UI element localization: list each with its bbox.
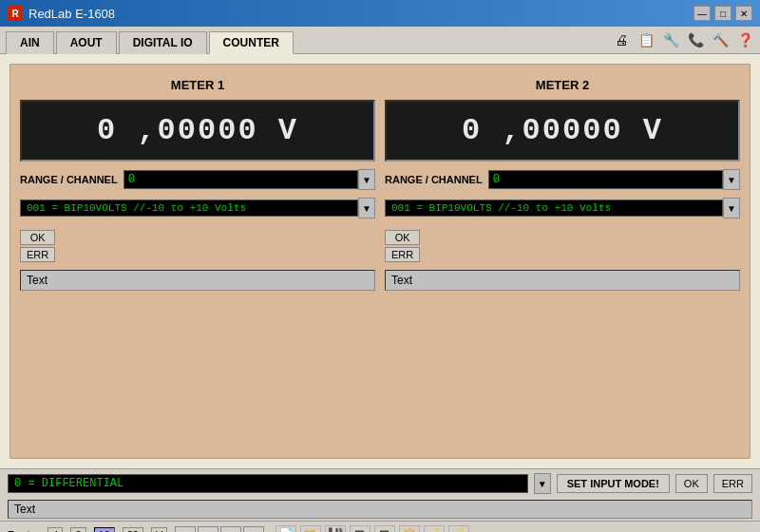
print-icon[interactable]: 🖨 bbox=[612, 30, 631, 49]
meter2-range-dropdown[interactable]: 0 ▼ bbox=[488, 169, 740, 190]
title-controls[interactable]: — □ ✕ bbox=[694, 6, 752, 21]
raster-32-button[interactable]: 32 bbox=[123, 527, 143, 533]
signal2-icon[interactable]: ⚡ bbox=[448, 525, 469, 533]
app-icon: R bbox=[8, 6, 23, 21]
meter2-range-label: RANGE / CHANNEL bbox=[385, 174, 483, 185]
meter1-range-dropdown[interactable]: 0 ▼ bbox=[124, 169, 375, 190]
meter2-err-button[interactable]: ERR bbox=[385, 247, 420, 262]
meter1-channel-row[interactable]: 001 = BIP10VOLTS //-10 to +10 Volts ▼ bbox=[20, 198, 375, 218]
tabs: AIN AOUT DIGITAL IO COUNTER bbox=[6, 30, 294, 53]
help-icon[interactable]: ❓ bbox=[735, 30, 754, 49]
raster-16-button[interactable]: 16 bbox=[94, 527, 115, 533]
meter1-ok-button[interactable]: OK bbox=[20, 230, 55, 245]
title-bar: R RedLab E-1608 — □ ✕ bbox=[0, 0, 760, 27]
status-bar: Raster 4 8 16 32 V ◄ ▲ ▼ ► 📄 📂 💾 ⊞ ⊟ 🔆 ⚡… bbox=[0, 521, 760, 532]
nav-left-button[interactable]: ◄ bbox=[175, 526, 196, 533]
main-content: METER 1 0 ,00000 V RANGE / CHANNEL 0 ▼ 0… bbox=[0, 54, 760, 468]
meter1-range-label: RANGE / CHANNEL bbox=[20, 174, 118, 185]
bottom-ok-button[interactable]: OK bbox=[675, 474, 708, 493]
bottom-err-button[interactable]: ERR bbox=[713, 474, 752, 493]
meter2-range-arrow[interactable]: ▼ bbox=[723, 169, 740, 190]
save-icon[interactable]: 💾 bbox=[325, 525, 346, 533]
meter1-display: 0 ,00000 V bbox=[20, 100, 375, 162]
tab-bar: AIN AOUT DIGITAL IO COUNTER 🖨 📋 🔧 📞 🔨 ❓ bbox=[0, 27, 760, 54]
tab-ain[interactable]: AIN bbox=[6, 31, 54, 54]
raster-4-button[interactable]: 4 bbox=[48, 527, 63, 533]
minimize-button[interactable]: — bbox=[694, 6, 711, 21]
folder-icon[interactable]: 📂 bbox=[300, 525, 321, 533]
meter1-channel-value: 001 = BIP10VOLTS //-10 to +10 Volts bbox=[20, 200, 358, 217]
meter1-text-field[interactable]: Text bbox=[20, 270, 375, 291]
meter2-range-value: 0 bbox=[488, 170, 723, 189]
meter2-channel-value: 001 = BIP10VOLTS //-10 to +10 Volts bbox=[385, 200, 723, 217]
file-icon[interactable]: 📄 bbox=[276, 525, 296, 533]
meter1-panel: METER 1 0 ,00000 V RANGE / CHANNEL 0 ▼ 0… bbox=[20, 74, 375, 448]
nav-right-button[interactable]: ► bbox=[243, 526, 264, 533]
meter2-range-row: RANGE / CHANNEL 0 ▼ bbox=[385, 169, 740, 190]
nav-down-button[interactable]: ▼ bbox=[220, 526, 241, 533]
raster-8-button[interactable]: 8 bbox=[70, 527, 86, 533]
set-input-mode-button[interactable]: SET INPUT MODE! bbox=[557, 474, 670, 493]
meter1-title: METER 1 bbox=[171, 78, 224, 92]
meter1-range-arrow[interactable]: ▼ bbox=[358, 169, 375, 190]
input-mode-value: 0 = DIFFERENTIAL bbox=[8, 474, 528, 493]
meter2-display: 0 ,00000 V bbox=[385, 100, 740, 162]
input-mode-arrow[interactable]: ▼ bbox=[534, 473, 551, 494]
meter1-channel-arrow[interactable]: ▼ bbox=[358, 198, 375, 218]
window-title: RedLab E-1608 bbox=[28, 7, 115, 21]
signal1-icon[interactable]: ⚡ bbox=[424, 525, 445, 533]
meter2-text-field[interactable]: Text bbox=[385, 270, 740, 291]
grid-remove-icon[interactable]: ⊟ bbox=[374, 525, 395, 533]
status-nav: ◄ ▲ ▼ ► bbox=[175, 526, 264, 533]
meter2-panel: METER 2 0 ,00000 V RANGE / CHANNEL 0 ▼ 0… bbox=[385, 74, 740, 448]
maximize-button[interactable]: □ bbox=[714, 6, 732, 21]
meter2-ok-button[interactable]: OK bbox=[385, 230, 420, 245]
title-bar-left: R RedLab E-1608 bbox=[8, 6, 115, 21]
close-button[interactable]: ✕ bbox=[735, 6, 752, 21]
copy-icon[interactable]: 📋 bbox=[636, 30, 656, 49]
meter1-status-buttons: OK ERR bbox=[20, 230, 55, 262]
text-bar: Text bbox=[0, 498, 760, 521]
connect-icon[interactable]: 📞 bbox=[686, 30, 705, 49]
meter2-channel-row[interactable]: 001 = BIP10VOLTS //-10 to +10 Volts ▼ bbox=[385, 198, 740, 218]
tool-icon[interactable]: 🔧 bbox=[661, 30, 680, 49]
raster-v-button[interactable]: V bbox=[151, 527, 167, 533]
grid-add-icon[interactable]: ⊞ bbox=[350, 525, 370, 533]
bottom-text-field[interactable]: Text bbox=[8, 500, 752, 519]
tab-aout[interactable]: AOUT bbox=[56, 31, 117, 54]
meter2-channel-arrow[interactable]: ▼ bbox=[723, 198, 740, 218]
bottom-bar: 0 = DIFFERENTIAL ▼ SET INPUT MODE! OK ER… bbox=[0, 468, 760, 498]
meter2-status-buttons: OK ERR bbox=[385, 230, 420, 262]
meter1-range-row: RANGE / CHANNEL 0 ▼ bbox=[20, 169, 375, 190]
meter2-title: METER 2 bbox=[536, 78, 589, 92]
meters-area: METER 1 0 ,00000 V RANGE / CHANNEL 0 ▼ 0… bbox=[10, 64, 750, 459]
tab-counter[interactable]: COUNTER bbox=[209, 31, 294, 54]
toolbar-icons: 🖨 📋 🔧 📞 🔨 ❓ bbox=[612, 30, 754, 53]
meter1-range-value: 0 bbox=[124, 170, 358, 189]
nav-up-button[interactable]: ▲ bbox=[198, 526, 218, 533]
tab-digital-io[interactable]: DIGITAL IO bbox=[119, 31, 207, 54]
status-icons: 📄 📂 💾 ⊞ ⊟ 🔆 ⚡ ⚡ bbox=[276, 525, 469, 533]
raster-label: Raster bbox=[8, 529, 40, 533]
settings-icon[interactable]: 🔨 bbox=[711, 30, 730, 49]
meter1-err-button[interactable]: ERR bbox=[20, 247, 55, 262]
brightness-icon[interactable]: 🔆 bbox=[399, 525, 420, 533]
